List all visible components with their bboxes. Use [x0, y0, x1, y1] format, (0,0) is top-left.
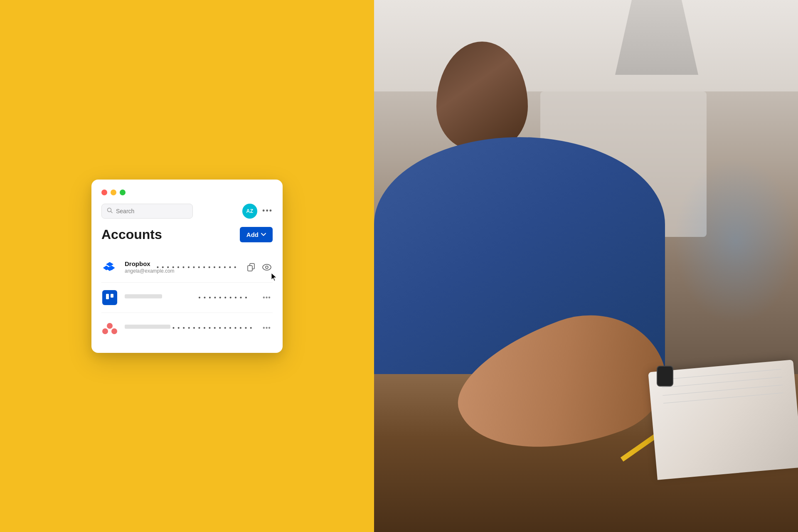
svg-point-12	[102, 328, 108, 334]
svg-point-7	[263, 264, 271, 270]
dropbox-info: Dropbox angela@example.com	[125, 260, 149, 274]
cursor	[266, 359, 274, 371]
search-icon	[107, 207, 113, 215]
page-title: Accounts	[101, 227, 162, 242]
trello-more-options-button[interactable]: •••	[261, 292, 273, 303]
dropbox-actions	[245, 261, 273, 273]
svg-rect-9	[106, 294, 109, 299]
top-bar-right: AZ •••	[242, 204, 273, 219]
shelf-light	[673, 158, 798, 324]
window-controls	[101, 190, 273, 195]
svg-point-13	[111, 328, 117, 334]
asana-password: ••••••••••••••••	[172, 325, 254, 331]
account-row-dropbox: Dropbox angela@example.com •••••••••••••…	[101, 252, 273, 283]
svg-point-11	[107, 323, 113, 329]
copy-password-button[interactable]	[245, 261, 257, 273]
account-row-trello: •••••••••• •••	[101, 283, 273, 313]
trello-actions: •••	[261, 292, 273, 303]
account-email-dropbox: angela@example.com	[125, 268, 149, 274]
trello-icon	[101, 289, 118, 306]
search-input[interactable]	[116, 208, 187, 214]
left-panel: AZ ••• Accounts Add	[0, 0, 374, 532]
account-row-asana: •••••••••••••••• •••	[101, 313, 273, 343]
watch	[657, 366, 673, 387]
add-button[interactable]: Add	[240, 227, 273, 242]
chevron-down-icon	[261, 232, 266, 237]
accounts-header: Accounts Add	[101, 227, 273, 242]
app-window: AZ ••• Accounts Add	[91, 180, 283, 353]
ceiling-area	[374, 0, 798, 91]
svg-point-8	[266, 266, 268, 268]
search-box[interactable]	[101, 204, 193, 219]
top-bar: AZ •••	[101, 204, 273, 219]
dropbox-icon	[101, 259, 118, 276]
asana-info	[125, 325, 165, 331]
photo-background	[374, 0, 798, 532]
trello-password: ••••••••••	[193, 294, 254, 301]
svg-rect-10	[111, 294, 113, 298]
trello-name-placeholder	[125, 294, 162, 298]
view-password-button[interactable]	[261, 261, 273, 273]
account-name-dropbox: Dropbox	[125, 260, 149, 267]
more-options-icon[interactable]: •••	[262, 207, 273, 215]
svg-rect-6	[248, 266, 252, 271]
avatar: AZ	[242, 204, 257, 219]
asana-actions: •••	[261, 322, 273, 334]
minimize-button[interactable]	[111, 190, 116, 195]
asana-name-placeholder	[125, 325, 170, 329]
maximize-button[interactable]	[120, 190, 126, 195]
asana-icon	[101, 320, 118, 336]
right-panel	[374, 0, 798, 532]
asana-more-options-button[interactable]: •••	[261, 322, 273, 334]
dropbox-password: ••••••••••••••••	[156, 264, 239, 271]
account-list: Dropbox angela@example.com •••••••••••••…	[101, 252, 273, 343]
close-button[interactable]	[101, 190, 107, 195]
svg-line-1	[111, 211, 113, 213]
trello-info	[125, 294, 186, 300]
